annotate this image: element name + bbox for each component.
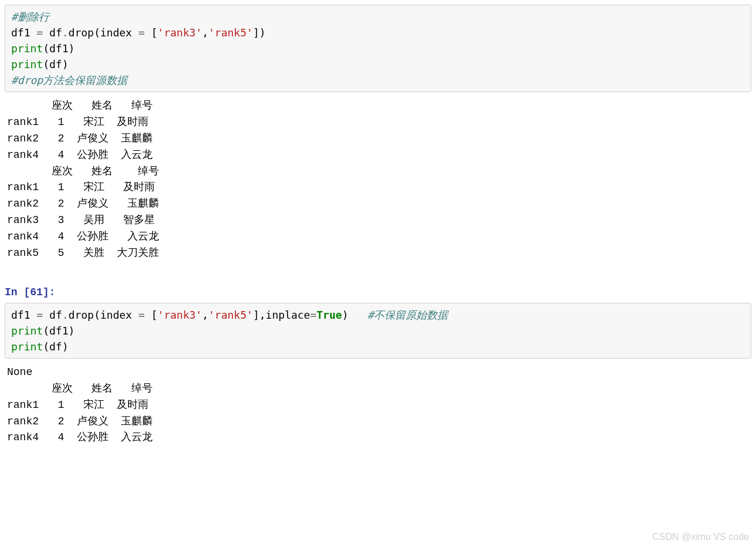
output-area-1: 座次 姓名 绰号 rank1 1 宋江 及时雨 rank2 2 卢俊义 玉麒麟 …	[5, 97, 751, 263]
code-cell-1[interactable]: #删除行 df1 = df.drop(index = ['rank3','ran…	[5, 5, 751, 92]
input-prompt: In [61]:	[5, 286, 751, 298]
output-text-2: None 座次 姓名 绰号 rank1 1 宋江 及时雨 rank2 2 卢俊义…	[7, 364, 749, 446]
code-content-2: df1 = df.drop(index = ['rank3','rank5'],…	[11, 307, 745, 354]
comment-line: #drop方法会保留源数据	[11, 74, 127, 86]
comment-line: #删除行	[11, 11, 49, 23]
output-area-2: None 座次 姓名 绰号 rank1 1 宋江 及时雨 rank2 2 卢俊义…	[5, 363, 751, 447]
code-cell-2[interactable]: df1 = df.drop(index = ['rank3','rank5'],…	[5, 303, 751, 359]
code-content-1: #删除行 df1 = df.drop(index = ['rank3','ran…	[11, 9, 745, 88]
output-text-1: 座次 姓名 绰号 rank1 1 宋江 及时雨 rank2 2 卢俊义 玉麒麟 …	[7, 98, 749, 262]
